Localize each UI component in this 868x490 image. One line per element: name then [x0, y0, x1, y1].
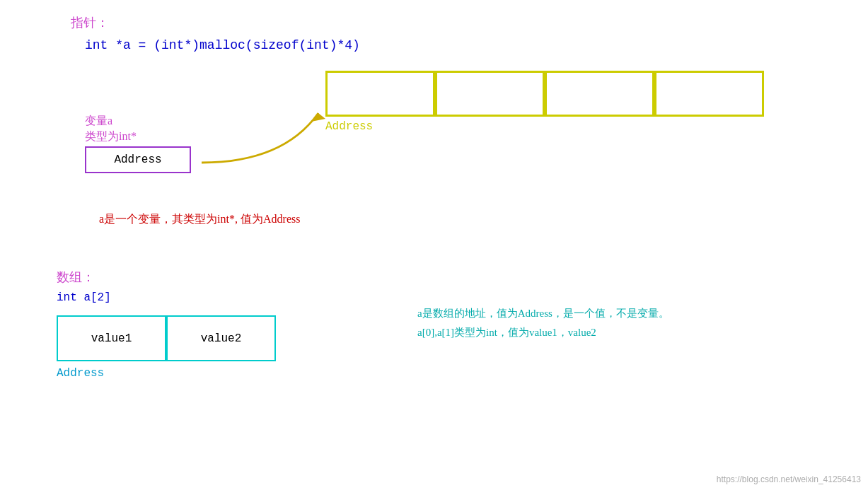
array-section: 数组： int a[2] value1 value2 Address	[57, 269, 276, 380]
array-desc-line2: a[0],a[1]类型为int，值为value1，value2	[417, 323, 669, 342]
array-desc-line1: a是数组的地址，值为Address，是一个值，不是变量。	[417, 304, 669, 323]
heap-boxes	[325, 71, 764, 117]
array-box-1: value2	[166, 315, 276, 361]
array-box-0: value1	[57, 315, 166, 361]
heap-address-label: Address	[325, 120, 373, 133]
heap-box-3	[654, 71, 764, 117]
array-code: int a[2]	[57, 291, 276, 304]
page-container: 指针： int *a = (int*)malloc(sizeof(int)*4)…	[0, 0, 868, 490]
heap-box-1	[435, 71, 545, 117]
svg-marker-0	[311, 113, 325, 122]
pointer-diagram: 变量a 类型为int* Address Address	[57, 71, 835, 212]
variable-box: Address	[85, 146, 191, 173]
heap-box-2	[545, 71, 654, 117]
watermark: https://blog.csdn.net/weixin_41256413	[717, 474, 861, 484]
variable-box-container: 变量a 类型为int* Address	[85, 113, 191, 173]
array-description: a是数组的地址，值为Address，是一个值，不是变量。 a[0],a[1]类型…	[417, 304, 669, 342]
heap-box-0	[325, 71, 435, 117]
variable-label: 变量a 类型为int*	[85, 113, 137, 145]
pointer-section: 指针： int *a = (int*)malloc(sizeof(int)*4)	[71, 14, 360, 52]
pointer-code: int *a = (int*)malloc(sizeof(int)*4)	[85, 38, 360, 52]
pointer-description: a是一个变量，其类型为int*, 值为Address	[99, 212, 300, 227]
array-address: Address	[57, 367, 276, 380]
pointer-title: 指针：	[71, 14, 360, 31]
array-title: 数组：	[57, 269, 276, 286]
array-boxes: value1 value2	[57, 315, 276, 361]
